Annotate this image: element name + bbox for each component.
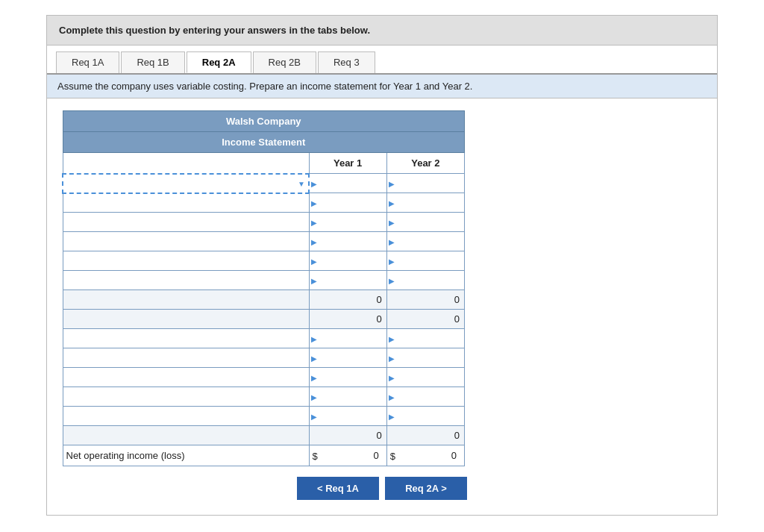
total-label-1[interactable] (63, 290, 309, 310)
total-year1-2[interactable]: 0 (309, 310, 386, 329)
year1-header: Year 1 (309, 153, 386, 174)
total-label-2[interactable] (63, 310, 309, 329)
year2-cell-5[interactable]: ▶ (386, 271, 464, 290)
total-year2-2[interactable]: 0 (386, 310, 464, 329)
tab-req1b[interactable]: Req 1B (121, 51, 184, 73)
table-row: ▶ ▶ (63, 329, 465, 348)
year2-cell-2[interactable]: ▶ (386, 213, 464, 232)
table-row: ▶ ▶ (63, 232, 465, 251)
label-cell-5[interactable] (63, 271, 309, 290)
right-arrow-icon-0: ▶ (311, 179, 317, 187)
income-statement-table: Walsh Company Income Statement Year 1 Ye… (62, 110, 465, 466)
label-cell-8[interactable] (63, 329, 309, 348)
year2-cell-10[interactable]: ▶ (386, 368, 464, 387)
label-cell-12[interactable] (63, 407, 309, 426)
table-row: ▶ ▶ (63, 368, 465, 387)
sub-instruction: Assume the company uses variable costing… (47, 75, 717, 98)
dropdown-label-cell[interactable]: ▼ (63, 174, 309, 193)
table-row: ▶ ▶ (63, 213, 465, 232)
year1-cell-1[interactable]: ▶ (309, 193, 386, 213)
year1-cell-2[interactable]: ▶ (309, 213, 386, 232)
right-arrow-11b: ▶ (389, 392, 395, 401)
table-row: ▶ ▶ (63, 251, 465, 271)
right-arrow-5b: ▶ (389, 276, 395, 284)
label-cell-1[interactable] (63, 193, 309, 213)
total-row-2: 0 0 (63, 310, 465, 329)
tab-req3[interactable]: Req 3 (318, 51, 375, 73)
year2-input-cell-0[interactable]: ▶ (386, 174, 464, 193)
table-row: ▶ ▶ (63, 193, 465, 213)
dollar-sign-year2: $ (390, 450, 395, 461)
right-arrow-1a: ▶ (311, 198, 317, 207)
table-row: ▼ ▶ ▶ (63, 174, 465, 193)
right-arrow-4a: ▶ (311, 257, 317, 265)
year2-cell-11[interactable]: ▶ (386, 387, 464, 407)
year1-input-cell-0[interactable]: ▶ (309, 174, 386, 193)
year1-cell-11[interactable]: ▶ (309, 387, 386, 407)
year2-cell-8[interactable]: ▶ (386, 329, 464, 348)
label-cell-10[interactable] (63, 368, 309, 387)
year2-header: Year 2 (386, 153, 464, 174)
right-arrow-2b: ▶ (389, 218, 395, 226)
year1-cell-3[interactable]: ▶ (309, 232, 386, 251)
table-row: ▶ ▶ (63, 387, 465, 407)
nav-buttons: < Req 1A Req 2A > (62, 477, 702, 500)
year2-cell-1[interactable]: ▶ (386, 193, 464, 213)
total-row-1: 0 0 (63, 290, 465, 310)
net-income-year1-value: 0 (374, 450, 382, 461)
right-arrow-12b: ▶ (389, 412, 395, 420)
year1-cell-12[interactable]: ▶ (309, 407, 386, 426)
label-cell-9[interactable] (63, 348, 309, 368)
year2-cell-3[interactable]: ▶ (386, 232, 464, 251)
year1-cell-4[interactable]: ▶ (309, 251, 386, 271)
net-income-year2-value: 0 (451, 450, 460, 461)
net-income-year2[interactable]: $ 0 (386, 445, 464, 466)
tab-req2b[interactable]: Req 2B (253, 51, 316, 73)
prev-button[interactable]: < Req 1A (297, 477, 379, 500)
year-header-row: Year 1 Year 2 (63, 153, 465, 174)
total-label-3[interactable] (63, 426, 309, 445)
right-arrow-8a: ▶ (311, 334, 317, 342)
year1-cell-10[interactable]: ▶ (309, 368, 386, 387)
next-button[interactable]: Req 2A > (385, 477, 467, 500)
right-arrow-icon-0b: ▶ (389, 179, 395, 187)
year1-cell-9[interactable]: ▶ (309, 348, 386, 368)
right-arrow-12a: ▶ (311, 412, 317, 420)
year1-cell-8[interactable]: ▶ (309, 329, 386, 348)
label-cell-11[interactable] (63, 387, 309, 407)
label-header (63, 153, 309, 174)
right-arrow-9a: ▶ (311, 354, 317, 362)
right-arrow-9b: ▶ (389, 354, 395, 362)
table-row: ▶ ▶ (63, 271, 465, 290)
total-year1-1[interactable]: 0 (309, 290, 386, 310)
instruction-bar: Complete this question by entering your … (47, 16, 717, 46)
label-cell-3[interactable] (63, 232, 309, 251)
year2-cell-12[interactable]: ▶ (386, 407, 464, 426)
right-arrow-1b: ▶ (389, 198, 395, 207)
right-arrow-8b: ▶ (389, 334, 395, 342)
dollar-sign-year1: $ (313, 450, 318, 461)
net-income-year1[interactable]: $ 0 (309, 445, 386, 466)
net-income-label: Net operating income (loss) (63, 445, 309, 466)
right-arrow-4b: ▶ (389, 257, 395, 265)
net-income-row: Net operating income (loss) $ 0 $ 0 (63, 445, 465, 466)
label-cell-4[interactable] (63, 251, 309, 271)
right-arrow-11a: ▶ (311, 392, 317, 401)
content-area: Walsh Company Income Statement Year 1 Ye… (47, 98, 717, 515)
table-row: ▶ ▶ (63, 407, 465, 426)
total-year2-3[interactable]: 0 (386, 426, 464, 445)
total-year1-3[interactable]: 0 (309, 426, 386, 445)
year2-cell-4[interactable]: ▶ (386, 251, 464, 271)
tab-req1a[interactable]: Req 1A (56, 51, 119, 73)
year1-cell-5[interactable]: ▶ (309, 271, 386, 290)
tab-req2a[interactable]: Req 2A (187, 51, 251, 73)
label-cell-2[interactable] (63, 213, 309, 232)
right-arrow-10b: ▶ (389, 373, 395, 381)
statement-title: Income Statement (63, 132, 465, 153)
right-arrow-10a: ▶ (311, 373, 317, 381)
total-year2-1[interactable]: 0 (386, 290, 464, 310)
total-row-3: 0 0 (63, 426, 465, 445)
year2-cell-9[interactable]: ▶ (386, 348, 464, 368)
right-arrow-3a: ▶ (311, 237, 317, 245)
table-row: ▶ ▶ (63, 348, 465, 368)
